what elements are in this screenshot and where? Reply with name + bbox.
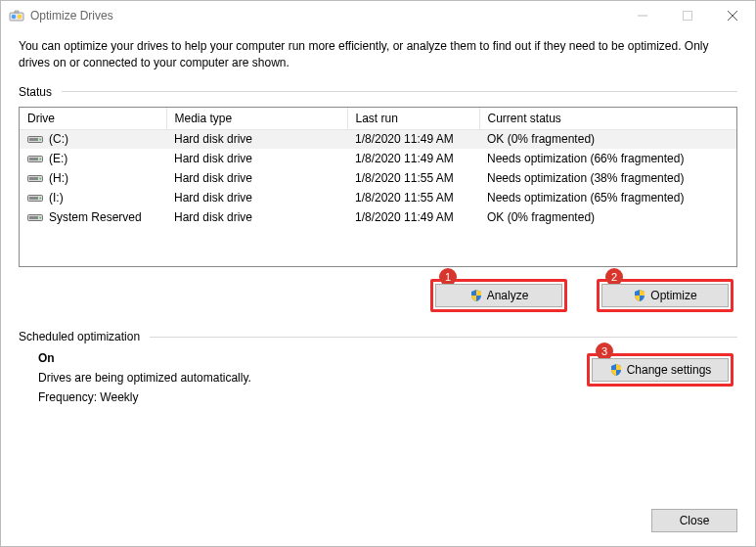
svg-rect-4 xyxy=(684,12,692,21)
drive-label: (C:) xyxy=(49,132,68,146)
col-last[interactable]: Last run xyxy=(347,108,479,130)
drive-label: (E:) xyxy=(49,152,67,165)
lastrun-cell: 1/8/2020 11:49 AM xyxy=(347,129,479,149)
annotation-2: 2 Optimize xyxy=(597,279,734,312)
drive-label: (H:) xyxy=(49,171,68,185)
scheduled-section-header: Scheduled optimization xyxy=(19,330,737,343)
svg-rect-17 xyxy=(29,197,38,200)
table-row[interactable]: System ReservedHard disk drive1/8/2020 1… xyxy=(20,207,736,227)
col-status[interactable]: Current status xyxy=(479,108,736,130)
status-cell: OK (0% fragmented) xyxy=(479,207,736,227)
analyze-label: Analyze xyxy=(487,289,529,302)
scheduled-info: On Drives are being optimized automatica… xyxy=(19,351,587,410)
shield-icon xyxy=(633,289,646,302)
status-cell: Needs optimization (66% fragmented) xyxy=(479,149,736,168)
table-header-row: Drive Media type Last run Current status xyxy=(20,108,736,130)
shield-icon xyxy=(609,363,623,377)
media-cell: Hard disk drive xyxy=(166,129,347,149)
shield-icon xyxy=(469,289,483,302)
titlebar: Optimize Drives xyxy=(1,1,755,30)
drive-icon xyxy=(27,211,43,223)
table-row[interactable]: (H:)Hard disk drive1/8/2020 11:55 AMNeed… xyxy=(20,168,736,188)
lastrun-cell: 1/8/2020 11:49 AM xyxy=(347,149,479,168)
svg-rect-11 xyxy=(29,158,38,160)
drive-icon xyxy=(27,172,43,184)
change-settings-button[interactable]: Change settings xyxy=(592,358,729,382)
scheduled-description: Drives are being optimized automatically… xyxy=(38,371,587,385)
svg-rect-14 xyxy=(29,177,38,180)
optimize-label: Optimize xyxy=(650,289,696,302)
divider xyxy=(150,337,737,338)
scheduled-body: On Drives are being optimized automatica… xyxy=(19,351,737,410)
drives-table: Drive Media type Last run Current status… xyxy=(19,107,737,268)
media-cell: Hard disk drive xyxy=(166,168,347,188)
scheduled-label: Scheduled optimization xyxy=(19,330,140,343)
svg-point-9 xyxy=(39,139,41,141)
app-icon xyxy=(9,8,24,23)
svg-point-1 xyxy=(12,15,17,20)
divider xyxy=(62,91,737,92)
svg-point-18 xyxy=(39,198,41,200)
drive-label: (I:) xyxy=(49,191,64,205)
table-empty-space xyxy=(20,227,736,266)
change-settings-label: Change settings xyxy=(627,363,712,377)
window-controls xyxy=(620,1,755,30)
analyze-button[interactable]: Analyze xyxy=(435,284,562,307)
media-cell: Hard disk drive xyxy=(166,149,347,168)
table-row[interactable]: (I:)Hard disk drive1/8/2020 11:55 AMNeed… xyxy=(20,188,736,207)
lastrun-cell: 1/8/2020 11:55 AM xyxy=(347,188,479,207)
lastrun-cell: 1/8/2020 11:55 AM xyxy=(347,168,479,188)
annotation-1: 1 Analyze xyxy=(430,279,567,312)
status-section-header: Status xyxy=(19,85,737,99)
svg-rect-8 xyxy=(29,138,38,141)
minimize-button[interactable] xyxy=(620,1,665,30)
svg-rect-20 xyxy=(29,216,38,219)
lastrun-cell: 1/8/2020 11:49 AM xyxy=(347,207,479,227)
svg-point-21 xyxy=(39,217,41,219)
svg-point-12 xyxy=(39,159,41,160)
media-cell: Hard disk drive xyxy=(166,188,347,207)
status-cell: Needs optimization (65% fragmented) xyxy=(479,188,736,207)
status-cell: OK (0% fragmented) xyxy=(479,129,736,149)
scheduled-status: On xyxy=(38,351,587,365)
col-drive[interactable]: Drive xyxy=(20,108,166,130)
svg-point-15 xyxy=(39,178,41,180)
table-row[interactable]: (E:)Hard disk drive1/8/2020 11:49 AMNeed… xyxy=(20,149,736,168)
annotation-3: 3 Change settings xyxy=(587,353,734,387)
description-text: You can optimize your drives to help you… xyxy=(19,38,737,71)
status-label: Status xyxy=(19,85,52,99)
maximize-button[interactable] xyxy=(665,1,710,30)
action-button-row: 1 Analyze 2 Optimize xyxy=(19,279,737,312)
drive-label: System Reserved xyxy=(49,210,142,224)
table-row[interactable]: (C:)Hard disk drive1/8/2020 11:49 AMOK (… xyxy=(20,129,736,149)
drive-icon xyxy=(27,153,43,164)
media-cell: Hard disk drive xyxy=(166,207,347,227)
drive-icon xyxy=(27,192,43,204)
optimize-button[interactable]: Optimize xyxy=(601,284,729,307)
status-cell: Needs optimization (38% fragmented) xyxy=(479,168,736,188)
footer: Close xyxy=(651,509,737,532)
svg-point-2 xyxy=(18,15,22,20)
close-window-button[interactable] xyxy=(710,1,755,30)
close-button[interactable]: Close xyxy=(651,509,737,532)
drive-icon xyxy=(27,133,43,145)
col-media[interactable]: Media type xyxy=(166,108,347,130)
scheduled-frequency: Frequency: Weekly xyxy=(38,390,587,404)
window-title: Optimize Drives xyxy=(30,9,113,23)
